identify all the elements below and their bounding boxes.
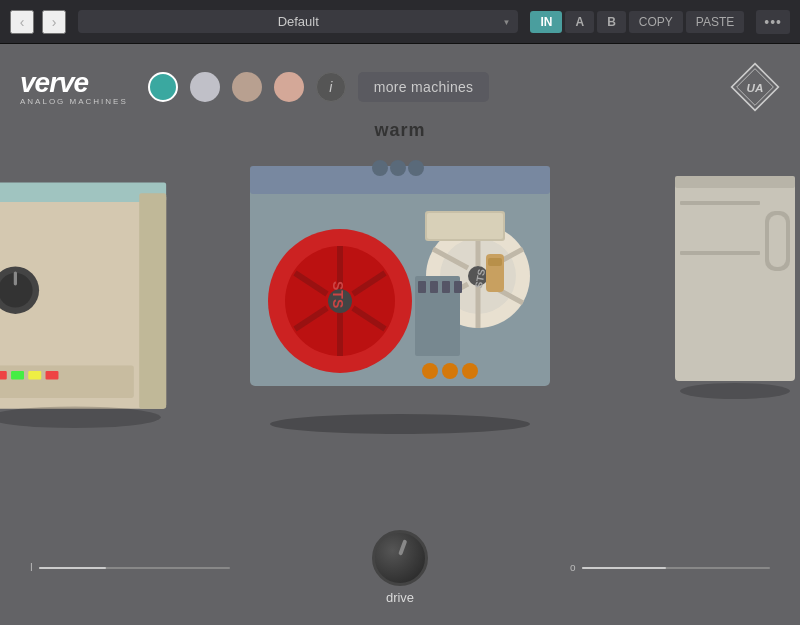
main-area: verve ANALOG MACHINES i more machines UA… [0,44,800,625]
machine-left[interactable] [0,161,190,441]
svg-point-48 [442,363,458,379]
slider-right-track[interactable] [582,567,770,569]
info-button[interactable]: i [316,72,346,102]
color-swatch-peach[interactable] [274,72,304,102]
more-machines-button[interactable]: more machines [358,72,490,102]
machine-name-label: warm [0,120,800,141]
svg-rect-13 [46,371,59,380]
svg-point-59 [680,383,790,399]
svg-rect-57 [680,201,760,205]
tab-group: IN A B COPY PASTE [530,11,744,33]
drive-label: drive [386,590,414,605]
svg-rect-45 [442,281,450,293]
nav-back-button[interactable]: ‹ [10,10,34,34]
svg-rect-46 [454,281,462,293]
machine-area: STS STS [0,141,800,481]
more-options-button[interactable]: ••• [756,10,790,34]
preset-name[interactable]: Default [78,10,518,33]
svg-rect-12 [28,371,41,380]
svg-point-52 [270,414,530,434]
svg-point-19 [408,160,424,176]
svg-rect-54 [675,176,795,188]
slider-left-fill [39,567,106,569]
drive-knob-area: drive [372,530,428,605]
svg-text:STS: STS [330,281,346,308]
svg-point-17 [372,160,388,176]
svg-text:UA: UA [747,81,764,94]
drive-knob[interactable] [372,530,428,586]
slider-right-dot: o [570,562,576,573]
color-swatch-teal[interactable] [148,72,178,102]
header-row: verve ANALOG MACHINES i more machines UA [0,44,800,112]
svg-rect-11 [11,371,24,380]
svg-point-47 [422,363,438,379]
color-swatch-tan[interactable] [232,72,262,102]
tab-paste-button[interactable]: PASTE [686,11,744,33]
tab-a-button[interactable]: A [565,11,594,33]
svg-rect-9 [0,366,134,398]
svg-rect-51 [427,213,503,239]
svg-rect-41 [488,258,502,266]
logo-verve: verve [20,69,128,97]
bottom-controls: I drive o [0,530,800,605]
logo-sub: ANALOG MACHINES [20,97,128,106]
svg-point-14 [0,407,161,429]
color-swatch-gray[interactable] [190,72,220,102]
svg-rect-5 [139,193,166,408]
tab-b-button[interactable]: B [597,11,626,33]
tab-copy-button[interactable]: COPY [629,11,683,33]
slider-right[interactable]: o [570,562,770,573]
tab-in-button[interactable]: IN [530,11,562,33]
slider-left-dot: I [30,562,33,573]
svg-point-49 [462,363,478,379]
slider-left-track[interactable] [39,567,230,569]
svg-rect-10 [0,371,7,380]
slider-right-fill [582,567,667,569]
logo: verve ANALOG MACHINES [20,69,128,106]
machine-center[interactable]: STS STS [230,141,570,441]
slider-left[interactable]: I [30,562,230,573]
nav-forward-button[interactable]: › [42,10,66,34]
svg-rect-58 [680,251,760,255]
ua-logo: UA [730,62,780,112]
svg-rect-44 [430,281,438,293]
svg-rect-43 [418,281,426,293]
top-bar: ‹ › Default IN A B COPY PASTE ••• [0,0,800,44]
svg-point-18 [390,160,406,176]
machine-right[interactable] [660,171,800,411]
svg-rect-56 [769,215,786,267]
